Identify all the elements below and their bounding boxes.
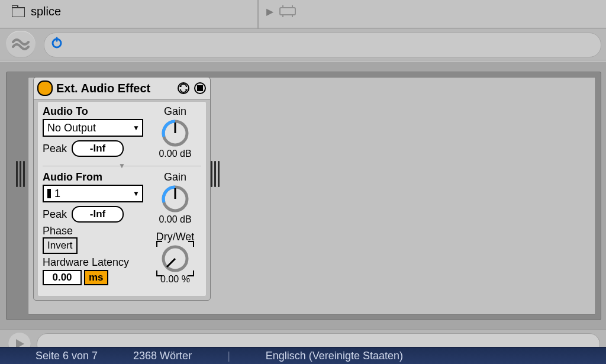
peak-to-label: Peak [43, 143, 67, 155]
wave-icon [12, 37, 30, 51]
footer-page-count: Seite 6 von 7 [36, 350, 98, 362]
device-activator-button[interactable] [37, 80, 53, 96]
search-icon [50, 37, 65, 53]
browser-divider [257, 0, 259, 28]
browser-item-label: splice [31, 5, 61, 18]
folder-icon [12, 5, 25, 17]
map-bracket-icon [156, 270, 162, 276]
chevron-down-icon: ▼ [133, 189, 140, 198]
audio-from-value: 1 [54, 188, 60, 200]
phase-invert-button[interactable]: Invert [43, 237, 78, 254]
footer-language: Englisch (Vereinigte Staaten) [266, 350, 403, 362]
groove-pool-toggle[interactable] [6, 31, 36, 58]
device-view: Ext. Audio Effect Audio To No Output ▼ [0, 62, 606, 330]
device-title: Ext. Audio Effect [56, 82, 173, 95]
map-bracket-icon [188, 241, 194, 247]
audio-from-label: Audio From [43, 171, 143, 183]
gain-to-label: Gain [149, 105, 201, 118]
phase-label: Phase [43, 225, 143, 237]
svg-rect-24 [197, 85, 203, 91]
gain-to-knob[interactable] [160, 118, 191, 149]
browser-left-list: Aktuelles Projekt splice [12, 0, 254, 20]
browser-item-label: Aktuelles Projekt [31, 0, 119, 1]
save-preset-icon[interactable] [194, 82, 207, 95]
browser-right-list: ▶ Gated Delay ▶ [266, 0, 598, 20]
device-chain-grab-handle-right[interactable] [211, 161, 220, 187]
disclosure-triangle-icon[interactable]: ▶ [266, 6, 273, 17]
ext-audio-effect-device: Ext. Audio Effect Audio To No Output ▼ [33, 77, 211, 301]
svg-rect-13 [280, 8, 295, 15]
background-app-status-bar: Seite 6 von 7 2368 Wörter | Englisch (Ve… [0, 347, 606, 364]
gain-from-knob[interactable] [160, 183, 191, 214]
search-field-container [44, 33, 601, 57]
latency-value-input[interactable]: 0.00 [43, 270, 82, 285]
audio-to-dropdown[interactable]: No Output ▼ [43, 119, 143, 137]
gain-from-readout: 0.00 dB [149, 214, 201, 225]
svg-line-30 [167, 259, 175, 267]
map-bracket-icon [156, 241, 162, 247]
device-body: Audio To No Output ▼ Peak -Inf Gain [37, 101, 207, 297]
search-input[interactable] [69, 36, 572, 54]
browser-item-label: Gated Delay [302, 0, 370, 1]
dry-wet-knob[interactable] [160, 243, 191, 274]
browser-panel: Aktuelles Projekt splice ▶ Gated Delay ▶ [0, 0, 606, 27]
latency-unit-toggle[interactable]: ms [84, 270, 108, 285]
browser-item-splice[interactable]: splice [12, 2, 254, 20]
device-chain: Ext. Audio Effect Audio To No Output ▼ [6, 72, 601, 320]
peak-to-display[interactable]: -Inf [72, 140, 124, 157]
device-chain-grab-handle-left[interactable] [16, 161, 25, 187]
map-bracket-icon [188, 270, 194, 276]
svg-rect-6 [12, 8, 25, 17]
svg-rect-7 [12, 5, 18, 8]
footer-separator: | [227, 350, 230, 362]
audio-to-block: Audio To No Output ▼ Peak -Inf Gain [43, 105, 201, 159]
hot-swap-icon[interactable] [177, 82, 190, 95]
audio-to-value: No Output [47, 122, 96, 134]
gain-from-label: Gain [149, 171, 201, 183]
browser-item-cut-off[interactable]: ▶ [266, 2, 598, 20]
device-title-bar[interactable]: Ext. Audio Effect [34, 78, 210, 99]
gain-to-readout: 0.00 dB [149, 149, 201, 159]
latency-label: Hardware Latency [43, 256, 143, 269]
audio-from-dropdown[interactable]: 1 ▼ [43, 185, 143, 202]
audio-effect-device-icon [279, 5, 296, 17]
footer-word-count: 2368 Wörter [133, 350, 192, 362]
peak-from-display[interactable]: -Inf [72, 206, 124, 223]
chevron-down-icon: ▼ [118, 162, 125, 170]
peak-from-label: Peak [43, 208, 67, 221]
audio-to-label: Audio To [43, 105, 143, 118]
section-divider: ▼ [43, 162, 201, 170]
search-row [0, 28, 606, 60]
chevron-down-icon: ▼ [133, 124, 140, 132]
audio-from-block: Audio From 1 ▼ Peak -Inf [43, 171, 201, 285]
input-meter-icon [47, 189, 51, 198]
